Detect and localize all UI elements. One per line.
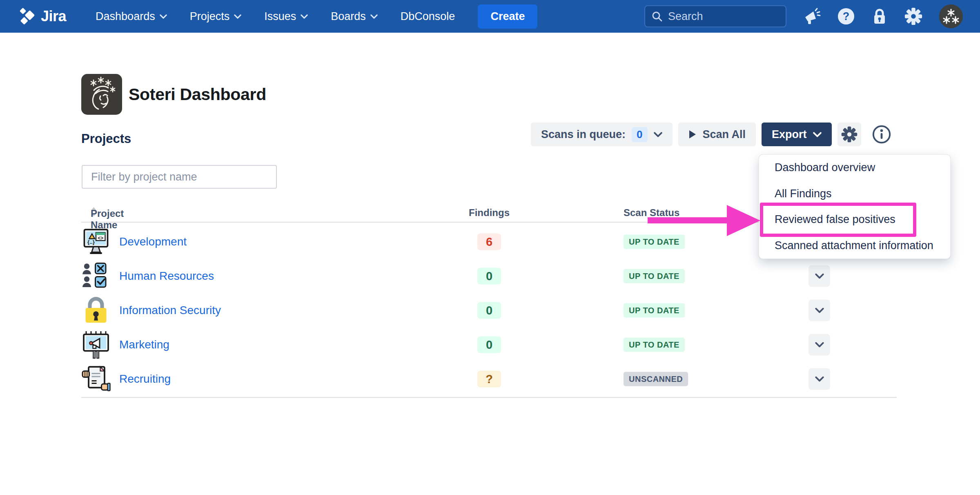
- nav-right: ?: [644, 4, 963, 28]
- settings-gear-button[interactable]: [837, 123, 861, 146]
- project-row: Information Security 0 UP TO DATE: [81, 293, 897, 328]
- nav-item-projects[interactable]: Projects: [190, 10, 242, 23]
- nav-item-dbconsole[interactable]: DbConsole: [401, 10, 455, 23]
- search-input[interactable]: [668, 10, 780, 23]
- project-filter-input[interactable]: [82, 165, 277, 189]
- nav-item-issues[interactable]: Issues: [264, 10, 308, 23]
- nav-item-boards[interactable]: Boards: [331, 10, 378, 23]
- page-title: Soteri Dashboard: [129, 85, 266, 104]
- jira-mark-icon: [17, 7, 36, 26]
- jira-logo[interactable]: Jira: [17, 7, 66, 26]
- export-menu-item[interactable]: All Findings: [759, 181, 950, 207]
- project-name-link[interactable]: Recruiting: [119, 372, 171, 386]
- export-menu-item[interactable]: Dashboard overview: [759, 155, 950, 181]
- information-security-icon: [81, 296, 111, 325]
- brand-name: Jira: [41, 8, 66, 25]
- dashboard-toolbar: Scans in queue: 0 Scan All Export: [531, 123, 891, 146]
- findings-count-badge: ?: [477, 371, 501, 388]
- scans-in-queue-button[interactable]: Scans in queue: 0: [531, 123, 673, 146]
- column-header-scan-status: Scan Status: [624, 207, 679, 219]
- export-menu-item[interactable]: Scanned attachment information: [759, 233, 950, 259]
- nav-item-dashboards[interactable]: Dashboards: [96, 10, 167, 23]
- export-menu-items: Dashboard overviewAll FindingsReviewed f…: [759, 155, 950, 259]
- info-button[interactable]: [867, 123, 891, 146]
- project-name-link[interactable]: Marketing: [119, 338, 169, 351]
- scan-status-badge: UP TO DATE: [624, 235, 685, 249]
- scan-all-button[interactable]: Scan All: [678, 123, 756, 146]
- chevron-down-icon: [815, 274, 824, 279]
- export-dropdown-menu: Dashboard overviewAll FindingsReviewed f…: [759, 154, 951, 259]
- column-header-project-name[interactable]: Project Name: [91, 207, 97, 216]
- row-actions-dropdown-button[interactable]: [808, 334, 830, 356]
- svg-text:?: ?: [843, 10, 850, 22]
- chevron-down-icon: [654, 132, 662, 137]
- scan-status-badge: UNSCANNED: [624, 372, 688, 386]
- chevron-down-icon: [815, 308, 824, 313]
- create-button[interactable]: Create: [478, 4, 537, 29]
- scans-in-queue-label: Scans in queue:: [541, 128, 626, 141]
- scan-status-badge: UP TO DATE: [624, 269, 685, 283]
- findings-count-badge: 0: [477, 268, 501, 285]
- export-menu-item[interactable]: Reviewed false positives: [759, 207, 950, 233]
- findings-count-badge: 0: [477, 337, 501, 353]
- project-row: Recruiting ? UNSCANNED: [81, 362, 897, 396]
- info-icon: [872, 125, 891, 144]
- megaphone-icon[interactable]: [803, 7, 821, 25]
- chevron-down-icon: [813, 132, 822, 137]
- chevron-down-icon: [234, 14, 241, 19]
- svg-text:{..}: {..}: [87, 239, 95, 245]
- gear-icon: [841, 126, 858, 143]
- chevron-down-icon: [301, 14, 308, 19]
- nav-search[interactable]: [644, 5, 786, 27]
- projects-heading: Projects: [81, 132, 131, 146]
- row-actions-dropdown-button[interactable]: [808, 368, 830, 390]
- export-button[interactable]: Export: [762, 123, 832, 146]
- top-nav: Jira Dashboards Projects Issues Boards D…: [0, 0, 980, 33]
- chevron-down-icon: [370, 14, 378, 19]
- project-name-link[interactable]: Development: [119, 235, 187, 248]
- human-resources-icon: [81, 261, 111, 291]
- development-icon: <>{..}: [81, 227, 111, 256]
- recruiting-icon: [81, 364, 111, 394]
- nav-links: Dashboards Projects Issues Boards DbCons…: [96, 10, 455, 23]
- lock-icon[interactable]: [871, 7, 888, 25]
- marketing-icon: [81, 330, 111, 359]
- project-row: Marketing 0 UP TO DATE: [81, 328, 897, 362]
- chevron-down-icon: [160, 14, 167, 19]
- row-actions-dropdown-button[interactable]: [808, 265, 830, 287]
- findings-count-badge: 0: [477, 302, 501, 319]
- scan-status-badge: UP TO DATE: [624, 303, 685, 318]
- help-icon[interactable]: ?: [837, 7, 855, 25]
- chevron-down-icon: [815, 342, 824, 348]
- scan-status-badge: UP TO DATE: [624, 338, 685, 352]
- findings-count-badge: 6: [477, 234, 501, 250]
- user-avatar[interactable]: [939, 4, 963, 28]
- scans-in-queue-count: 0: [632, 127, 647, 142]
- search-icon: [651, 11, 663, 22]
- project-name-link[interactable]: Human Resources: [119, 270, 214, 283]
- project-name-link[interactable]: Information Security: [119, 304, 221, 317]
- soteri-app-icon: [81, 74, 122, 115]
- svg-text:<>: <>: [98, 235, 103, 241]
- column-header-findings: Findings: [469, 207, 510, 219]
- row-actions-dropdown-button[interactable]: [808, 300, 830, 321]
- chevron-down-icon: [815, 377, 824, 382]
- page-root: Jira Dashboards Projects Issues Boards D…: [0, 0, 980, 495]
- gear-icon[interactable]: [904, 7, 923, 26]
- play-icon: [688, 129, 697, 139]
- project-row: Human Resources 0 UP TO DATE: [81, 259, 897, 293]
- app-header: Soteri Dashboard: [81, 74, 266, 115]
